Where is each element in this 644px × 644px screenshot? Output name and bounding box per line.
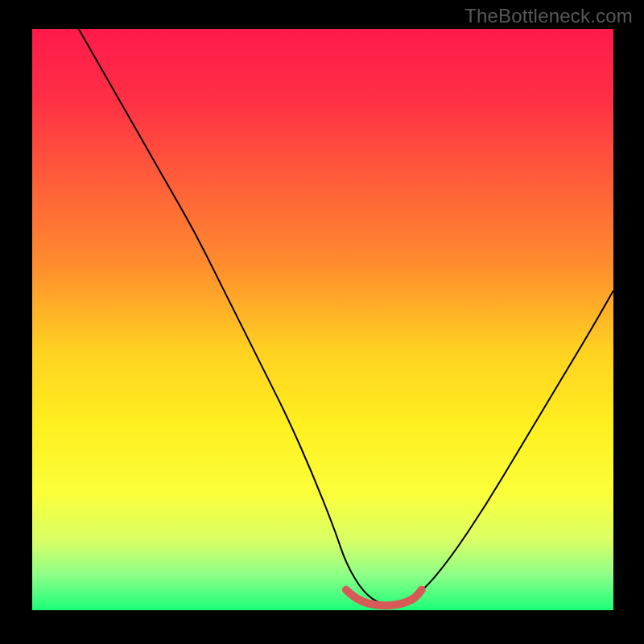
- gradient-background: [32, 29, 613, 610]
- watermark-text: TheBottleneck.com: [464, 5, 633, 27]
- bottleneck-chart: [0, 0, 644, 644]
- chart-frame: TheBottleneck.com: [0, 0, 644, 644]
